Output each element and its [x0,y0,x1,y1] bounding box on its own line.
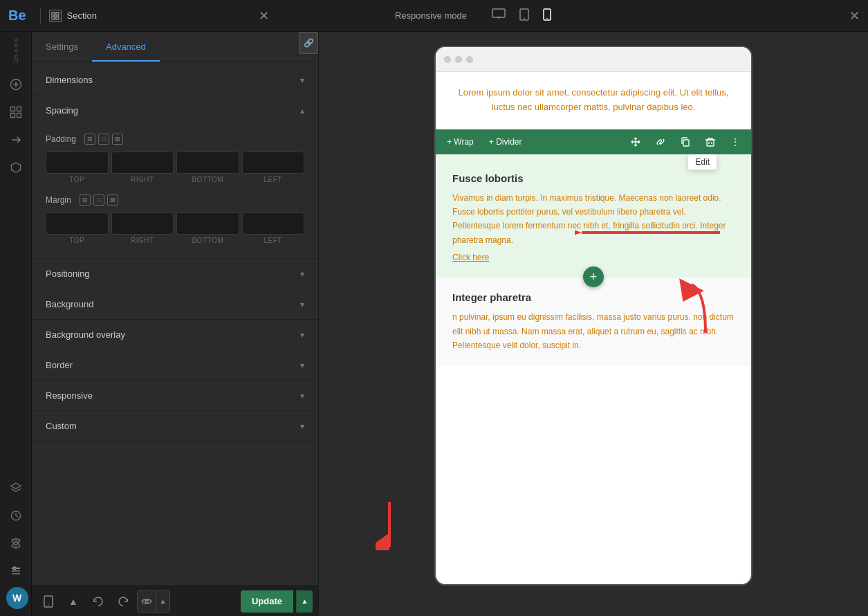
sidebar-item-add[interactable] [4,73,28,96]
background-overlay-label: Background overlay [46,329,125,340]
section2-body: n pulvinar, ipsum eu dignissim facilisis… [452,310,735,352]
custom-chevron: ▾ [300,422,304,431]
positioning-header[interactable]: Positioning ▾ [32,259,318,289]
sidebar-item-sort[interactable] [4,128,28,152]
custom-header[interactable]: Custom ▾ [32,411,318,441]
dimensions-header[interactable]: Dimensions ▾ [32,65,318,95]
phone-dot-1 [444,56,451,63]
responsive-header[interactable]: Responsive ▾ [32,381,318,410]
margin-left-input[interactable] [242,212,305,235]
version-text: /26.4.0.6 [12,39,19,63]
background-header[interactable]: Background ▾ [32,289,318,319]
padding-left-input[interactable] [242,152,305,174]
delete-icon[interactable] [700,132,721,152]
panel-title: Section [49,10,97,22]
padding-right-input[interactable] [111,152,174,174]
margin-icon-1[interactable]: ⊟ [80,194,91,206]
wrap-button[interactable]: + Wrap [441,134,479,150]
close-icon[interactable]: ✕ [259,8,269,24]
border-label: Border [46,360,73,370]
background-overlay-chevron: ▾ [300,330,304,340]
dimensions-chevron: ▾ [300,75,304,85]
sidebar-item-customize[interactable] [4,559,28,583]
expand-icon[interactable]: ▲ [62,590,84,613]
redo-icon[interactable] [112,590,134,613]
divider [40,8,41,24]
click-here-link[interactable]: Click here [452,253,489,262]
tablet-icon[interactable] [519,8,529,24]
border-header[interactable]: Border ▾ [32,350,318,380]
margin-icon-2[interactable]: □ [93,194,104,206]
padding-four-inputs: TOP RIGHT BOTTOM [46,152,304,183]
padding-label: Padding [46,134,76,144]
spacing-chevron: ▴ [300,106,304,116]
responsive-chevron: ▾ [300,391,304,401]
positioning-label: Positioning [46,269,90,279]
margin-top-input[interactable] [46,212,109,235]
preview-dropdown-btn[interactable]: ▲ [156,590,170,613]
section-icon [49,10,62,22]
content-hero: Lorem ipsum dolor sit amet, consectetur … [436,72,751,129]
sidebar-item-layers[interactable] [4,476,28,500]
margin-bottom-input[interactable] [176,212,239,235]
border-chevron: ▾ [300,361,304,370]
red-arrow-bottom-annotation [376,502,403,550]
padding-bottom-label: BOTTOM [192,176,223,183]
sidebar-item-settings[interactable] [4,532,28,555]
positioning-chevron: ▾ [300,269,304,279]
svg-rect-0 [52,12,55,15]
padding-icon-3[interactable]: ⊠ [112,134,123,145]
phone-mockup: Lorem ipsum dolor sit amet, consectetur … [434,46,752,586]
undo-icon[interactable] [87,590,109,613]
padding-icon-2[interactable]: □ [98,134,109,145]
margin-top-wrap: TOP [46,212,109,244]
background-overlay-header[interactable]: Background overlay ▾ [32,320,318,350]
svg-rect-3 [56,17,59,19]
content-section-2: Integer pharetra n pulvinar, ipsum eu di… [436,277,751,366]
padding-left-label: LEFT [264,176,282,183]
margin-right-input[interactable] [111,212,174,235]
svg-rect-36 [707,140,714,146]
tab-advanced[interactable]: Advanced [92,32,160,62]
mobile-icon[interactable] [543,8,551,24]
desktop-icon[interactable] [492,8,506,24]
copy-icon[interactable] [675,132,696,152]
link-icon[interactable] [650,132,671,152]
mobile-bottom-icon[interactable] [37,590,59,613]
top-close-icon[interactable]: ✕ [849,8,860,24]
padding-top-input[interactable] [46,152,109,174]
svg-rect-1 [56,12,59,15]
padding-top-label: TOP [69,176,84,183]
sidebar-item-hex[interactable] [4,156,28,179]
panel-content: Dimensions ▾ Spacing ▴ Padding ⊟ □ [32,62,318,586]
svg-rect-14 [10,107,15,111]
responsive-label: Responsive [46,390,93,401]
svg-rect-16 [10,114,15,118]
update-dropdown-button[interactable]: ▲ [296,590,313,613]
margin-bottom-wrap: BOTTOM [176,212,239,244]
preview-btn-wrap: ▲ [137,590,170,613]
responsive-section: Responsive ▾ [32,381,318,411]
spacing-header[interactable]: Spacing ▴ [32,96,318,125]
sidebar-item-history[interactable] [4,504,28,527]
padding-bottom-input[interactable] [176,152,239,174]
preview-btn[interactable] [137,590,156,613]
padding-icon-1[interactable]: ⊟ [84,134,95,145]
move-icon[interactable] [625,132,646,152]
wp-icon[interactable]: W [6,587,28,609]
update-button[interactable]: Update [241,590,293,613]
section1-title: Fusce lobortis [452,172,735,184]
more-icon[interactable]: ⋮ [725,132,746,152]
content-section-1: Fusce lobortis Vivamus in diam turpis. I… [436,154,751,278]
sidebar-item-layout[interactable] [4,100,28,124]
svg-point-28 [48,604,49,606]
add-section-button[interactable]: + [583,266,604,287]
divider-button[interactable]: + Divider [483,134,528,150]
right-area: Lorem ipsum dolor sit amet, consectetur … [319,32,868,616]
svg-point-8 [524,17,525,19]
padding-inputs-wrap: TOP RIGHT BOTTOM [46,152,304,183]
svg-rect-17 [17,114,21,118]
padding-right-wrap: RIGHT [111,152,174,183]
tab-settings[interactable]: Settings [32,32,92,62]
margin-icon-3[interactable]: ⊠ [107,194,118,206]
